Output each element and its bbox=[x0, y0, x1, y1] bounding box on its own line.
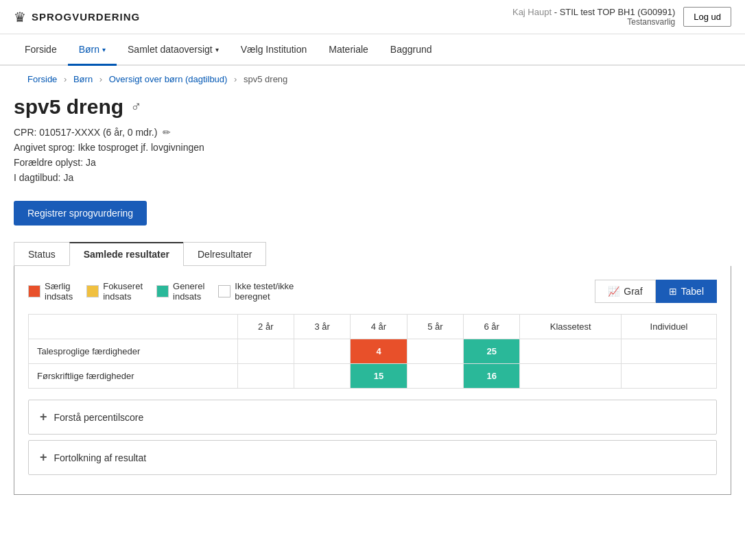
legend-row: Særligindsats Fokuseretindsats Generelin… bbox=[28, 280, 717, 303]
logout-button[interactable]: Log ud bbox=[683, 7, 731, 27]
legend-label-saerlig: Særligindsats bbox=[45, 281, 73, 302]
legend-label-ikke-testet: Ikke testet/ikkeberegnet bbox=[235, 281, 294, 302]
edit-icon[interactable]: ✏ bbox=[163, 127, 171, 138]
col-header-label bbox=[29, 315, 238, 339]
top-header: ♛ SPROGVURDERING Kaj Haupt - STIL test T… bbox=[0, 0, 745, 34]
cell-tale-klassetest bbox=[520, 339, 622, 364]
accordion-percentil: + Forstå percentilscore bbox=[28, 400, 717, 435]
col-header-individuel: Individuel bbox=[622, 315, 717, 339]
graf-label: Graf bbox=[624, 286, 642, 297]
plus-icon: + bbox=[40, 450, 47, 465]
chevron-down-icon: ▾ bbox=[102, 46, 106, 53]
cell-foer-4aar: 15 bbox=[351, 364, 407, 389]
table-row: Førskriftlige færdigheder 15 16 bbox=[29, 364, 717, 389]
tabel-icon: ⊞ bbox=[669, 286, 677, 297]
user-suffix: - STIL test TOP BH1 (G00991) bbox=[554, 7, 676, 17]
legend-ikke-testet: Ikke testet/ikkeberegnet bbox=[218, 281, 294, 302]
table-row: Talesproglige færdigheder 4 25 bbox=[29, 339, 717, 364]
graf-icon: 📈 bbox=[608, 286, 619, 297]
accordion-fortolkning: + Fortolkning af resultat bbox=[28, 440, 717, 475]
tab-samlede[interactable]: Samlede resultater bbox=[69, 242, 184, 266]
col-header-klassetest: Klassetest bbox=[520, 315, 622, 339]
cell-tale-individuel bbox=[622, 339, 717, 364]
crown-icon: ♛ bbox=[14, 9, 26, 25]
main-nav: Forside Børn ▾ Samlet dataoversigt ▾ Væl… bbox=[0, 34, 745, 66]
nav-item-baggrund[interactable]: Baggrund bbox=[379, 34, 443, 64]
legend-swatch-generel bbox=[156, 285, 169, 297]
breadcrumb-sep-3: › bbox=[234, 74, 237, 84]
cell-foer-individuel bbox=[622, 364, 717, 389]
breadcrumb-born[interactable]: Børn bbox=[73, 74, 93, 84]
legend-label-generel: Generelindsats bbox=[173, 281, 204, 302]
breadcrumb-current: spv5 dreng bbox=[244, 74, 287, 84]
tabel-button[interactable]: ⊞ Tabel bbox=[656, 280, 717, 303]
cell-foer-5aar bbox=[407, 364, 463, 389]
row-label-tale: Talesproglige færdigheder bbox=[29, 339, 238, 364]
cell-foer-6aar: 16 bbox=[464, 364, 520, 389]
nav-item-born[interactable]: Børn ▾ bbox=[68, 34, 117, 64]
accordion-percentil-header[interactable]: + Forstå percentilscore bbox=[29, 400, 716, 434]
graf-button[interactable]: 📈 Graf bbox=[595, 280, 655, 303]
results-panel: Særligindsats Fokuseretindsats Generelin… bbox=[14, 266, 731, 495]
col-header-6aar: 6 år bbox=[464, 315, 520, 339]
tab-del[interactable]: Delresultater bbox=[183, 242, 266, 266]
logo-text: SPROGVURDERING bbox=[32, 11, 140, 23]
legend-swatch-fokuseret bbox=[86, 285, 99, 297]
cell-tale-2aar bbox=[237, 339, 294, 364]
chevron-down-icon: ▾ bbox=[215, 46, 219, 53]
results-table: 2 år 3 år 4 år 5 år 6 år Klassetest Indi… bbox=[28, 314, 717, 389]
cell-foer-2aar bbox=[237, 364, 294, 389]
nav-item-vaelg[interactable]: Vælg Institution bbox=[230, 34, 318, 64]
main-content: Forside › Børn › Oversigt over børn (dag… bbox=[0, 66, 745, 515]
row-label-foer: Førskriftlige færdigheder bbox=[29, 364, 238, 389]
parents-text: Forældre oplyst: Ja bbox=[14, 157, 96, 168]
breadcrumb: Forside › Børn › Oversigt over børn (dag… bbox=[14, 66, 731, 90]
user-prefix: Kaj Haupt bbox=[512, 7, 552, 17]
tabel-label: Tabel bbox=[681, 286, 704, 297]
language-text: Angivet sprog: Ikke tosproget jf. lovgiv… bbox=[14, 142, 204, 153]
cell-tale-3aar bbox=[294, 339, 350, 364]
breadcrumb-sep-1: › bbox=[64, 74, 67, 84]
user-role: Testansvarlig bbox=[512, 17, 675, 27]
page-title-row: spv5 dreng ♂ bbox=[14, 95, 731, 119]
cell-foer-3aar bbox=[294, 364, 350, 389]
nav-item-samlet[interactable]: Samlet dataoversigt ▾ bbox=[117, 34, 230, 64]
nav-item-forside[interactable]: Forside bbox=[14, 34, 68, 64]
nav-dropdown-born: Børn ▾ bbox=[79, 44, 106, 55]
accordion-fortolkning-header[interactable]: + Fortolkning af resultat bbox=[29, 441, 716, 474]
cpr-text: CPR: 010517-XXXX (6 år, 0 mdr.) bbox=[14, 127, 157, 138]
dagtilbud-row: I dagtilbud: Ja bbox=[14, 172, 731, 183]
user-name-row: Kaj Haupt - STIL test TOP BH1 (G00991) bbox=[512, 7, 675, 17]
legend-saerlig: Særligindsats bbox=[28, 281, 73, 302]
legend-fokuseret: Fokuseretindsats bbox=[86, 281, 143, 302]
cell-foer-klassetest bbox=[520, 364, 622, 389]
col-header-2aar: 2 år bbox=[237, 315, 294, 339]
table-header-row: 2 år 3 år 4 år 5 år 6 år Klassetest Indi… bbox=[29, 315, 717, 339]
col-header-4aar: 4 år bbox=[351, 315, 407, 339]
legend-generel: Generelindsats bbox=[156, 281, 204, 302]
nav-item-materiale[interactable]: Materiale bbox=[318, 34, 379, 64]
parents-row: Forældre oplyst: Ja bbox=[14, 157, 731, 168]
child-info-block: CPR: 010517-XXXX (6 år, 0 mdr.) ✏ Angive… bbox=[14, 127, 731, 183]
col-header-5aar: 5 år bbox=[407, 315, 463, 339]
user-info: Kaj Haupt - STIL test TOP BH1 (G00991) T… bbox=[512, 7, 675, 27]
cell-tale-6aar: 25 bbox=[464, 339, 520, 364]
logo-area: ♛ SPROGVURDERING bbox=[14, 9, 140, 25]
plus-icon: + bbox=[40, 410, 47, 424]
tabs-row: Status Samlede resultater Delresultater bbox=[14, 242, 731, 266]
breadcrumb-oversigt[interactable]: Oversigt over børn (dagtilbud) bbox=[109, 74, 228, 84]
language-row: Angivet sprog: Ikke tosproget jf. lovgiv… bbox=[14, 142, 731, 153]
accordion-percentil-label: Forstå percentilscore bbox=[54, 412, 144, 423]
cpr-row: CPR: 010517-XXXX (6 år, 0 mdr.) ✏ bbox=[14, 127, 731, 138]
register-button[interactable]: Registrer sprogvurdering bbox=[14, 201, 147, 226]
col-header-3aar: 3 år bbox=[294, 315, 350, 339]
breadcrumb-forside[interactable]: Forside bbox=[27, 74, 57, 84]
legend-swatch-ikke-testet bbox=[218, 285, 230, 297]
accordion-fortolkning-label: Fortolkning af resultat bbox=[54, 452, 147, 463]
legend-items: Særligindsats Fokuseretindsats Generelin… bbox=[28, 281, 294, 302]
cell-tale-4aar: 4 bbox=[351, 339, 407, 364]
legend-label-fokuseret: Fokuseretindsats bbox=[103, 281, 143, 302]
tab-status[interactable]: Status bbox=[14, 242, 70, 266]
view-toggle: 📈 Graf ⊞ Tabel bbox=[595, 280, 717, 303]
legend-swatch-saerlig bbox=[28, 285, 40, 297]
